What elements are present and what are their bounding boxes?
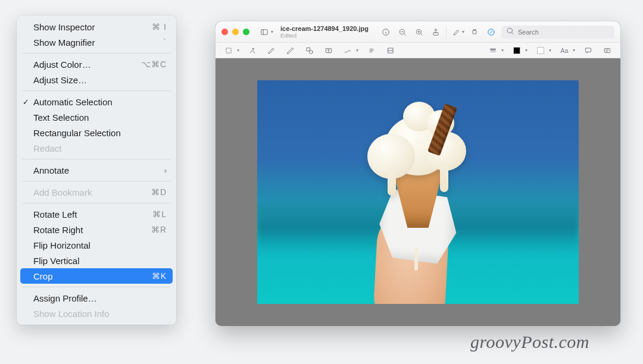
menu-item-rotate-left[interactable]: Rotate Left⌘L	[20, 206, 173, 222]
shapes-tool[interactable]	[304, 45, 316, 56]
markup-toolbar: ▾ ▾ ▾ ▾ ▾ Aa ▾	[216, 43, 620, 58]
titlebar: ▾ ice-cream-1274894_1920.jpg Edited ▾	[216, 21, 620, 43]
menu-item-crop[interactable]: Crop⌘K	[20, 268, 173, 284]
menu-item-shortcut: ⌘L	[152, 209, 167, 219]
filename-label: ice-cream-1274894_1920.jpg	[280, 25, 374, 32]
sidebar-dropdown-caret[interactable]: ▾	[271, 29, 273, 34]
chevron-right-icon: ›	[164, 166, 167, 175]
menu-item-add-bookmark: Add Bookmark⌘D	[20, 184, 173, 200]
menu-item-shortcut: `	[163, 37, 167, 47]
menu-item-label: Adjust Color…	[33, 59, 141, 70]
image-canvas[interactable]	[216, 58, 620, 326]
description-tool[interactable]	[601, 45, 613, 56]
markup-toolbar-button[interactable]	[485, 26, 498, 39]
menu-item-label: Show Location Info	[33, 309, 167, 319]
border-color-tool[interactable]	[511, 45, 523, 56]
preview-window: ▾ ice-cream-1274894_1920.jpg Edited ▾	[216, 21, 620, 326]
menu-separator	[23, 90, 170, 91]
annotate-speech-tool[interactable]	[582, 45, 594, 56]
menu-item-shortcut: ⌘R	[151, 225, 167, 234]
menu-item-label: Flip Horizontal	[33, 240, 167, 250]
svg-point-9	[252, 48, 254, 49]
menu-separator	[23, 159, 170, 159]
menu-item-label: Redact	[33, 143, 167, 153]
menu-item-flip-vertical[interactable]: Flip Vertical	[20, 253, 173, 268]
menu-item-label: Adjust Size…	[33, 75, 167, 85]
search-icon	[506, 27, 514, 37]
menu-item-shortcut: ⌘D	[151, 187, 167, 197]
menu-item-adjust-color[interactable]: Adjust Color…⌥⌘C	[20, 57, 173, 72]
menu-item-show-inspector[interactable]: Show Inspector⌘ I	[20, 19, 173, 34]
menu-item-label: Add Bookmark	[33, 187, 151, 197]
info-button[interactable]	[379, 26, 392, 39]
menu-item-label: Rotate Right	[33, 225, 151, 235]
traffic-lights	[221, 29, 249, 35]
svg-rect-8	[226, 48, 231, 52]
menu-item-adjust-size[interactable]: Adjust Size…	[20, 72, 173, 87]
menu-item-shortcut: ⌥⌘C	[141, 59, 167, 69]
menu-item-label: Rotate Left	[33, 209, 152, 219]
watermark-text: groovyPost.com	[470, 332, 589, 352]
menu-item-label: Automatic Selection	[33, 97, 167, 107]
highlight-button[interactable]	[450, 26, 463, 39]
menu-item-flip-horizontal[interactable]: Flip Horizontal	[20, 237, 173, 253]
sketch-tool[interactable]	[266, 45, 277, 56]
illustration-drip	[414, 247, 418, 271]
search-input[interactable]	[518, 29, 610, 36]
note-tool[interactable]	[366, 45, 377, 56]
selection-caret[interactable]: ▾	[237, 48, 239, 53]
zoom-in-button[interactable]	[413, 26, 426, 39]
text-tool[interactable]	[323, 45, 335, 56]
selection-tool[interactable]	[223, 45, 235, 56]
svg-rect-15	[604, 48, 610, 52]
menu-item-show-magnifier[interactable]: Show Magnifier`	[20, 34, 173, 50]
menu-item-assign-profile[interactable]: Assign Profile…	[20, 290, 173, 306]
svg-rect-5	[473, 30, 476, 34]
highlight-dropdown-caret[interactable]: ▾	[462, 29, 464, 34]
svg-rect-0	[261, 29, 268, 34]
menu-item-text-selection[interactable]: Text Selection	[20, 109, 173, 125]
adjust-tool[interactable]	[385, 45, 397, 56]
share-button[interactable]	[429, 26, 442, 39]
menu-item-label: Show Inspector	[33, 22, 152, 32]
title-block: ice-cream-1274894_1920.jpg Edited	[280, 25, 374, 39]
image-content	[257, 80, 579, 304]
zoom-out-button[interactable]	[396, 26, 409, 39]
menu-item-label: Crop	[33, 271, 152, 281]
menu-separator	[23, 287, 170, 287]
sign-tool[interactable]	[342, 45, 354, 56]
menu-item-label: Assign Profile…	[33, 293, 167, 303]
menu-item-label: Text Selection	[33, 112, 167, 123]
draw-tool[interactable]	[285, 45, 296, 56]
search-field[interactable]	[501, 26, 614, 39]
menu-item-redact: Redact	[20, 140, 173, 156]
svg-point-11	[309, 50, 313, 54]
menu-item-label: Annotate	[33, 165, 164, 175]
minimize-window-button[interactable]	[232, 29, 239, 35]
sign-caret[interactable]: ▾	[356, 48, 358, 53]
menu-item-shortcut: ⌘ I	[152, 22, 167, 32]
maximize-window-button[interactable]	[243, 29, 249, 35]
menu-item-annotate[interactable]: Annotate›	[20, 162, 173, 178]
instant-alpha-tool[interactable]	[246, 45, 258, 56]
text-style-tool[interactable]: Aa	[558, 45, 570, 56]
menu-item-rotate-right[interactable]: Rotate Right⌘R	[20, 222, 173, 237]
rotate-button[interactable]	[468, 26, 481, 39]
close-window-button[interactable]	[221, 29, 228, 35]
tools-context-menu[interactable]: Show Inspector⌘ IShow Magnifier`Adjust C…	[17, 15, 176, 325]
fill-color-tool[interactable]	[535, 45, 547, 56]
checkmark-icon: ✓	[23, 98, 29, 106]
menu-item-label: Rectangular Selection	[33, 128, 167, 138]
svg-point-7	[507, 28, 512, 33]
menu-separator	[23, 203, 170, 203]
sidebar-toggle-button[interactable]	[258, 26, 271, 39]
menu-item-rectangular-selection[interactable]: Rectangular Selection	[20, 125, 173, 140]
menu-item-show-location-info: Show Location Info	[20, 306, 173, 321]
menu-item-shortcut: ⌘K	[152, 271, 167, 281]
toolbar-main-group: ▾	[379, 26, 614, 39]
shape-style-tool[interactable]	[487, 45, 499, 56]
menu-separator	[23, 53, 170, 54]
menu-item-label: Show Magnifier	[33, 37, 163, 48]
menu-item-automatic-selection[interactable]: ✓Automatic Selection	[20, 94, 173, 109]
menu-item-label: Flip Vertical	[33, 256, 167, 266]
